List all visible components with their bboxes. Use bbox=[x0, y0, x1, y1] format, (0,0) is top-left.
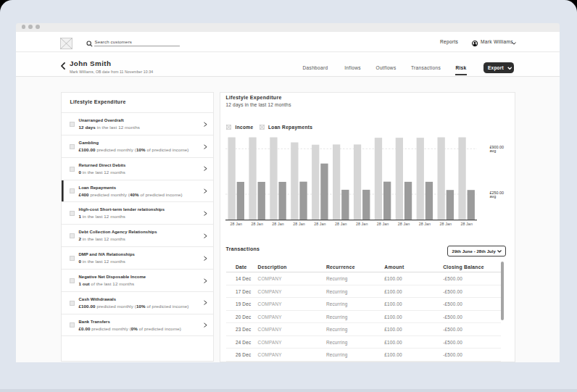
svg-text:avg: avg bbox=[490, 149, 497, 153]
svg-text:28 Jan: 28 Jan bbox=[460, 222, 473, 226]
svg-text:28 Jan: 28 Jan bbox=[251, 222, 263, 226]
svg-text:28 Jan: 28 Jan bbox=[440, 222, 452, 226]
svg-text:28 Jan: 28 Jan bbox=[335, 222, 347, 226]
svg-text:28 Jan: 28 Jan bbox=[314, 222, 326, 226]
svg-text:28 Jan: 28 Jan bbox=[419, 222, 431, 226]
svg-text:28 Jan: 28 Jan bbox=[398, 222, 410, 226]
svg-text:28 Jan: 28 Jan bbox=[231, 222, 243, 226]
svg-text:avg: avg bbox=[490, 194, 497, 199]
svg-text:28 Jan: 28 Jan bbox=[293, 222, 305, 226]
svg-text:28 Jan: 28 Jan bbox=[356, 222, 368, 226]
svg-text:28 Jan: 28 Jan bbox=[272, 222, 284, 226]
svg-text:28 Jan: 28 Jan bbox=[377, 222, 389, 226]
